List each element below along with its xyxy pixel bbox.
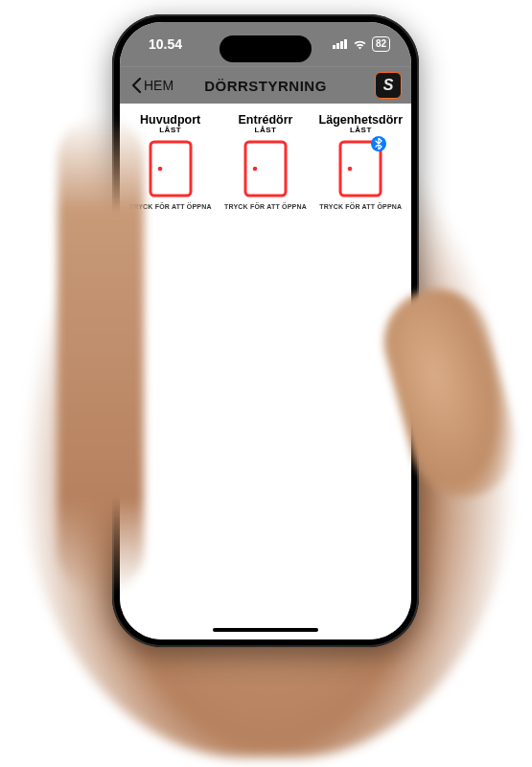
bluetooth-icon <box>371 136 386 151</box>
svg-rect-3 <box>344 39 347 49</box>
back-label: HEM <box>144 78 173 93</box>
svg-rect-1 <box>336 43 339 49</box>
phone-screen: 10.54 82 <box>120 22 411 639</box>
nav-bar: HEM DÖRRSTYRNING S <box>120 66 411 104</box>
chevron-left-icon <box>131 78 142 93</box>
door-title: Entrédörr <box>220 113 310 127</box>
svg-rect-6 <box>245 142 286 196</box>
page-title: DÖRRSTYRNING <box>204 78 327 94</box>
svg-point-7 <box>253 167 258 172</box>
wifi-icon <box>353 39 367 50</box>
status-time: 10.54 <box>149 36 182 52</box>
status-indicators: 82 <box>333 36 390 52</box>
back-button[interactable]: HEM <box>126 67 179 104</box>
home-indicator[interactable] <box>213 628 318 632</box>
cellular-icon <box>333 39 348 49</box>
door-title: Lägenhetsdörr <box>316 113 405 127</box>
phone-frame: 10.54 82 <box>112 14 419 647</box>
battery-indicator: 82 <box>372 36 390 52</box>
door-status: LÅST <box>126 126 215 134</box>
door-hint: TRYCK FÖR ATT ÖPPNA <box>220 203 310 210</box>
svg-rect-4 <box>150 142 191 196</box>
door-status: LÅST <box>220 126 310 134</box>
svg-point-5 <box>157 167 162 172</box>
content-area: Huvudport LÅST TRYCK FÖR ATT ÖPPNA Entré… <box>120 104 411 639</box>
door-icon <box>338 140 382 198</box>
door-status: LÅST <box>316 126 405 134</box>
app-logo-letter: S <box>383 77 394 94</box>
app-logo[interactable]: S <box>375 72 402 99</box>
dynamic-island <box>220 35 312 62</box>
door-icon <box>243 140 288 198</box>
door-card-entredorr[interactable]: Entrédörr LÅST TRYCK FÖR ATT ÖPPNA <box>220 113 310 210</box>
svg-point-9 <box>348 167 353 172</box>
hand-fingers <box>58 115 144 594</box>
door-row: Huvudport LÅST TRYCK FÖR ATT ÖPPNA Entré… <box>126 113 405 210</box>
svg-rect-2 <box>340 41 343 49</box>
door-card-lagenhetsdorr[interactable]: Lägenhetsdörr LÅST <box>316 113 405 210</box>
svg-rect-0 <box>333 45 335 49</box>
door-hint: TRYCK FÖR ATT ÖPPNA <box>316 203 405 210</box>
door-icon <box>149 140 193 198</box>
door-title: Huvudport <box>126 113 215 127</box>
